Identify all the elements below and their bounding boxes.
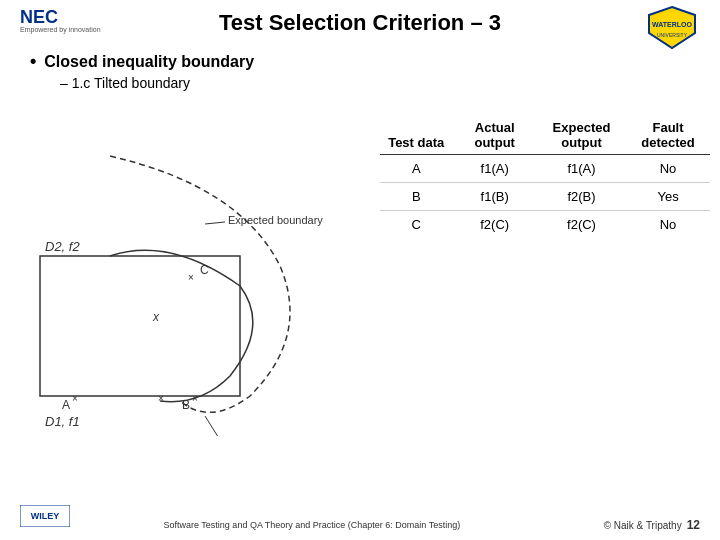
col-header-fault: Fault detected bbox=[626, 116, 710, 155]
svg-line-17 bbox=[205, 222, 225, 224]
cell-fault-0: No bbox=[626, 155, 710, 183]
bullet-dot: • bbox=[30, 51, 36, 72]
footer-right: © Naik & Tripathy 12 bbox=[604, 518, 700, 532]
svg-text:×: × bbox=[188, 272, 194, 283]
table-area: Test data Actual output Expected output … bbox=[380, 106, 710, 436]
data-table: Test data Actual output Expected output … bbox=[380, 116, 710, 238]
wiley-logo: WILEY bbox=[20, 505, 70, 527]
cell-test-2: C bbox=[380, 211, 452, 239]
svg-text:A: A bbox=[62, 398, 70, 412]
table-row: A f1(A) f1(A) No bbox=[380, 155, 710, 183]
waterloo-logo: WATERLOO UNIVERSITY bbox=[645, 5, 700, 50]
cell-expected-1: f2(B) bbox=[537, 183, 626, 211]
content-area: • Closed inequality boundary – 1.c Tilte… bbox=[0, 46, 720, 101]
main-bullet-text: Closed inequality boundary bbox=[44, 53, 254, 71]
cell-fault-2: No bbox=[626, 211, 710, 239]
svg-line-18 bbox=[205, 416, 225, 436]
svg-text:D1, f1: D1, f1 bbox=[45, 414, 80, 429]
cell-fault-1: Yes bbox=[626, 183, 710, 211]
sub-bullet: – 1.c Tilted boundary bbox=[60, 75, 690, 91]
table-row: C f2(C) f2(C) No bbox=[380, 211, 710, 239]
footer: WILEY Software Testing and QA Theory and… bbox=[0, 518, 720, 532]
svg-text:C: C bbox=[200, 263, 209, 277]
svg-text:WATERLOO: WATERLOO bbox=[652, 21, 692, 28]
cell-test-1: B bbox=[380, 183, 452, 211]
svg-text:UNIVERSITY: UNIVERSITY bbox=[657, 32, 688, 38]
main-area: D2, f2 D1, f1 A × B × C × × Expected bou… bbox=[0, 106, 720, 436]
cell-actual-2: f2(C) bbox=[452, 211, 537, 239]
svg-text:Expected boundary: Expected boundary bbox=[228, 214, 323, 226]
svg-text:D2, f2: D2, f2 bbox=[45, 239, 80, 254]
svg-text:×: × bbox=[158, 393, 164, 404]
diagram: D2, f2 D1, f1 A × B × C × × Expected bou… bbox=[10, 106, 370, 436]
table-header-row: Test data Actual output Expected output … bbox=[380, 116, 710, 155]
nec-logo: NEC Empowered by innovation bbox=[20, 8, 101, 33]
col-header-expected: Expected output bbox=[537, 116, 626, 155]
cell-expected-0: f1(A) bbox=[537, 155, 626, 183]
cell-test-0: A bbox=[380, 155, 452, 183]
copyright-text: © Naik & Tripathy bbox=[604, 520, 682, 531]
header: NEC Empowered by innovation Test Selecti… bbox=[0, 0, 720, 46]
cell-actual-0: f1(A) bbox=[452, 155, 537, 183]
cell-actual-1: f1(B) bbox=[452, 183, 537, 211]
table-row: B f1(B) f2(B) Yes bbox=[380, 183, 710, 211]
page-number: 12 bbox=[687, 518, 700, 532]
page-title: Test Selection Criterion – 3 bbox=[219, 10, 501, 36]
col-header-actual: Actual output bbox=[452, 116, 537, 155]
main-bullet: • Closed inequality boundary bbox=[30, 51, 690, 72]
svg-text:WILEY: WILEY bbox=[31, 511, 60, 521]
svg-text:x: x bbox=[152, 310, 160, 324]
svg-text:×: × bbox=[72, 393, 78, 404]
footer-text: Software Testing and QA Theory and Pract… bbox=[20, 520, 604, 530]
cell-expected-2: f2(C) bbox=[537, 211, 626, 239]
svg-rect-3 bbox=[40, 256, 240, 396]
col-header-testdata: Test data bbox=[380, 116, 452, 155]
